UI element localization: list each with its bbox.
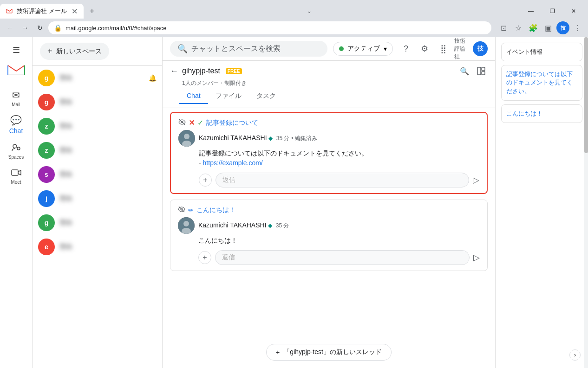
chrome-profile-avatar[interactable]: 技 (556, 21, 569, 34)
spaces-icon (11, 142, 22, 153)
right-panel: イベント情報 記事登録については以下のドキュメントを見てください。 こんにちは！… (495, 37, 588, 368)
scrollbar-track (584, 37, 588, 368)
hamburger-menu-button[interactable]: ☰ (7, 41, 26, 59)
message-author-1: Kazumichi TAKAHASHI (199, 134, 267, 142)
message-time-2: 35 分 (276, 222, 289, 229)
active-dot-icon (339, 46, 344, 51)
list-item[interactable]: z 空白 (33, 114, 162, 138)
chat-icon: 💬 (11, 115, 22, 126)
message-body-2: こんにちは！ (198, 236, 480, 245)
avatar: e (38, 239, 55, 255)
list-item-name: 空白 (59, 122, 157, 130)
back-arrow-button[interactable]: ← (170, 66, 178, 76)
thread-header-2: Kazumichi TAKAHASHI ◆ 35 分 (178, 217, 480, 234)
reload-button[interactable]: ↻ (33, 21, 46, 34)
list-item[interactable]: j 空白 (33, 187, 162, 211)
tab-files[interactable]: ファイル (208, 89, 249, 104)
help-button[interactable]: ? (399, 41, 413, 56)
list-item-name: 空白 (59, 194, 157, 203)
tab-chevron-icon[interactable]: ⌄ (303, 5, 316, 18)
address-bar[interactable]: 🔒 mail.google.com/mail/u/0/#chat/space (48, 21, 491, 34)
active-status-button[interactable]: アクティブ ▾ (333, 42, 393, 56)
layout-icon[interactable] (475, 65, 488, 77)
right-panel-item-message[interactable]: こんにちは！ (501, 104, 582, 123)
apps-button[interactable]: ⣿ (436, 41, 451, 56)
list-item[interactable]: g 空白 (33, 211, 162, 235)
reply-send-button-2[interactable]: ▷ (473, 252, 480, 263)
sidebar-item-chat[interactable]: 💬 Chat (0, 111, 33, 138)
list-item[interactable]: e 空白 (33, 235, 162, 259)
settings-button[interactable]: ⚙ (417, 41, 432, 56)
top-bar: 🔍 チャットとスペースを検索 アクティブ ▾ ? ⚙ ⣿ 技術評論社 技 (163, 37, 495, 61)
right-panel-item-link[interactable]: 記事登録については以下のドキュメントを見てください。 (501, 65, 582, 101)
reply-send-button-1[interactable]: ▷ (473, 175, 479, 185)
list-item-name: 空白 (59, 98, 157, 106)
new-tab-button[interactable]: + (85, 5, 98, 18)
sidebar-item-spaces[interactable]: Spaces (0, 138, 33, 163)
search-header-icon[interactable]: 🔍 (458, 65, 471, 77)
new-thread-plus-icon: + (276, 349, 280, 356)
tab-chat[interactable]: Chat (179, 89, 208, 104)
reply-add-button-1[interactable]: + (199, 174, 212, 187)
reply-box-1: + 返信 ▷ (199, 173, 479, 187)
split-view-icon[interactable]: ▣ (542, 21, 555, 34)
header-actions: 🔍 (458, 65, 488, 77)
thread-topic-1[interactable]: 記事登録について (206, 119, 258, 127)
extensions-icon[interactable]: 🧩 (527, 21, 540, 34)
new-space-button[interactable]: + 新しいスペース (40, 43, 109, 60)
search-placeholder-text: チャットとスペースを検索 (191, 44, 320, 54)
right-panel-item-event[interactable]: イベント情報 (501, 43, 582, 61)
sidebar-item-meet[interactable]: Meet (0, 163, 33, 188)
chrome-menu-icon[interactable]: ⋮ (571, 21, 584, 34)
separator-dot-1: • (291, 135, 295, 142)
bookmark-icon[interactable]: ☆ (512, 21, 525, 34)
hide-icon-2[interactable] (178, 206, 185, 214)
confirm-icon[interactable]: ✓ (197, 118, 203, 127)
list-item-name: 空白 (59, 170, 157, 179)
svg-point-3 (17, 147, 20, 150)
browser-tab[interactable]: 技術評論社 メール ✕ (0, 4, 84, 19)
left-panel: + 新しいスペース g 空白 🔔 g 空白 z 空白 z (33, 37, 163, 368)
message-text-1: 記事登録については以下のドキュメントを見てください。 (199, 149, 368, 157)
edit-icon-2[interactable]: ✏ (188, 207, 194, 214)
list-item-name: 空白 (59, 219, 157, 227)
message-body-1: 記事登録については以下のドキュメントを見てください。 - https://exa… (199, 148, 479, 168)
new-thread-button[interactable]: + 「gihypjp-test」の新しいスレッド (266, 344, 392, 361)
thread-topic-2[interactable]: こんにちは！ (196, 206, 235, 214)
search-bar[interactable]: 🔍 チャットとスペースを検索 (170, 41, 327, 57)
list-item[interactable]: s 空白 (33, 162, 162, 187)
forward-button[interactable]: → (19, 21, 32, 34)
message-avatar-2 (178, 217, 195, 234)
close-button[interactable]: ✕ (563, 4, 584, 19)
list-item[interactable]: g 空白 🔔 (33, 66, 162, 90)
scrollbar-thumb[interactable] (584, 37, 588, 153)
profile-avatar[interactable]: 技 (473, 41, 488, 56)
back-button[interactable]: ← (4, 21, 17, 34)
reply-input-2[interactable]: 返信 (215, 250, 470, 265)
plus-icon: + (47, 46, 52, 56)
gmail-logo[interactable] (7, 63, 26, 78)
delete-icon[interactable]: ✕ (189, 118, 195, 127)
maximize-button[interactable]: ❐ (542, 4, 563, 19)
tab-close-button[interactable]: ✕ (71, 7, 78, 15)
expand-panel-button[interactable]: › (569, 349, 581, 361)
url-text: mail.google.com/mail/u/0/#chat/space (65, 25, 486, 32)
reply-input-1[interactable]: 返信 (216, 173, 469, 187)
new-thread-row: + 「gihypjp-test」の新しいスレッド (163, 336, 495, 368)
list-item[interactable]: g 空白 (33, 90, 162, 114)
reply-add-button-2[interactable]: + (198, 251, 211, 264)
hide-icon[interactable] (178, 118, 186, 127)
chat-space-title: gihypjp-test (182, 67, 220, 75)
avatar: g (38, 94, 55, 110)
gmail-favicon-icon (6, 7, 13, 15)
list-item[interactable]: z 空白 (33, 138, 162, 162)
cast-icon[interactable]: ⊡ (497, 21, 510, 34)
space-badge: FREE (226, 68, 242, 74)
sidebar-item-mail[interactable]: ✉ Mail (0, 86, 33, 111)
main-content: 🔍 チャットとスペースを検索 アクティブ ▾ ? ⚙ ⣿ 技術評論社 技 (163, 37, 495, 368)
tab-title: 技術評論社 メール (17, 7, 67, 15)
tab-tasks[interactable]: タスク (249, 89, 283, 104)
icon-sidebar: ☰ ✉ Mail 💬 Chat (0, 37, 33, 368)
minimize-button[interactable]: — (520, 4, 542, 19)
message-link-1[interactable]: https://example.com/ (203, 159, 263, 167)
